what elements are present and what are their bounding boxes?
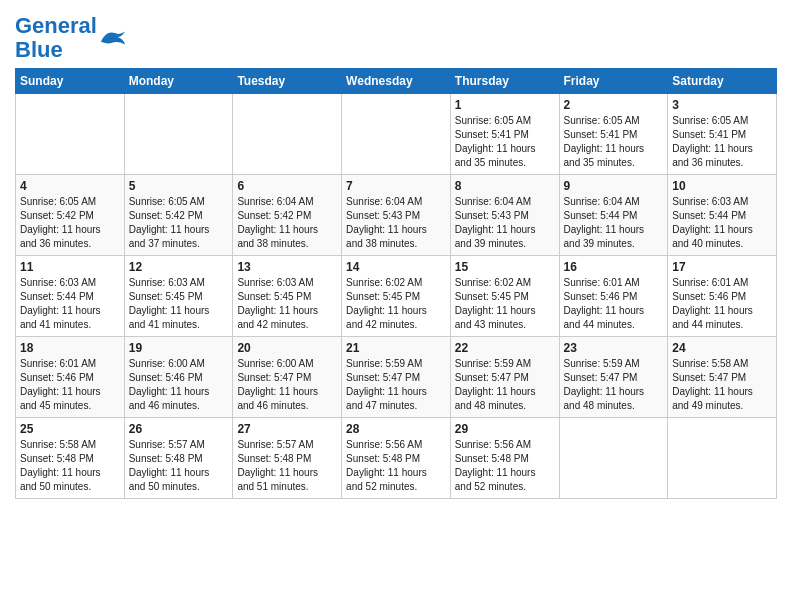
day-number: 2 xyxy=(564,98,664,112)
header-monday: Monday xyxy=(124,69,233,94)
day-number: 17 xyxy=(672,260,772,274)
day-info: Sunrise: 5:56 AMSunset: 5:48 PMDaylight:… xyxy=(346,438,446,494)
day-info: Sunrise: 6:05 AMSunset: 5:41 PMDaylight:… xyxy=(564,114,664,170)
calendar-cell: 23Sunrise: 5:59 AMSunset: 5:47 PMDayligh… xyxy=(559,337,668,418)
calendar-cell xyxy=(16,94,125,175)
calendar-cell: 10Sunrise: 6:03 AMSunset: 5:44 PMDayligh… xyxy=(668,175,777,256)
calendar-cell: 28Sunrise: 5:56 AMSunset: 5:48 PMDayligh… xyxy=(342,418,451,499)
day-number: 8 xyxy=(455,179,555,193)
calendar-cell: 3Sunrise: 6:05 AMSunset: 5:41 PMDaylight… xyxy=(668,94,777,175)
day-number: 27 xyxy=(237,422,337,436)
calendar-cell: 19Sunrise: 6:00 AMSunset: 5:46 PMDayligh… xyxy=(124,337,233,418)
calendar-week-row: 4Sunrise: 6:05 AMSunset: 5:42 PMDaylight… xyxy=(16,175,777,256)
calendar-cell: 17Sunrise: 6:01 AMSunset: 5:46 PMDayligh… xyxy=(668,256,777,337)
day-number: 14 xyxy=(346,260,446,274)
calendar-table: SundayMondayTuesdayWednesdayThursdayFrid… xyxy=(15,68,777,499)
day-number: 26 xyxy=(129,422,229,436)
header-sunday: Sunday xyxy=(16,69,125,94)
day-info: Sunrise: 6:01 AMSunset: 5:46 PMDaylight:… xyxy=(672,276,772,332)
day-number: 5 xyxy=(129,179,229,193)
day-info: Sunrise: 6:05 AMSunset: 5:42 PMDaylight:… xyxy=(20,195,120,251)
day-info: Sunrise: 5:57 AMSunset: 5:48 PMDaylight:… xyxy=(237,438,337,494)
day-number: 28 xyxy=(346,422,446,436)
header-wednesday: Wednesday xyxy=(342,69,451,94)
calendar-cell xyxy=(124,94,233,175)
day-info: Sunrise: 6:02 AMSunset: 5:45 PMDaylight:… xyxy=(455,276,555,332)
day-info: Sunrise: 6:05 AMSunset: 5:41 PMDaylight:… xyxy=(455,114,555,170)
calendar-cell: 7Sunrise: 6:04 AMSunset: 5:43 PMDaylight… xyxy=(342,175,451,256)
calendar-cell: 1Sunrise: 6:05 AMSunset: 5:41 PMDaylight… xyxy=(450,94,559,175)
day-number: 3 xyxy=(672,98,772,112)
day-info: Sunrise: 6:00 AMSunset: 5:46 PMDaylight:… xyxy=(129,357,229,413)
day-info: Sunrise: 6:03 AMSunset: 5:45 PMDaylight:… xyxy=(129,276,229,332)
header-thursday: Thursday xyxy=(450,69,559,94)
calendar-cell: 5Sunrise: 6:05 AMSunset: 5:42 PMDaylight… xyxy=(124,175,233,256)
day-info: Sunrise: 5:56 AMSunset: 5:48 PMDaylight:… xyxy=(455,438,555,494)
calendar-cell: 21Sunrise: 5:59 AMSunset: 5:47 PMDayligh… xyxy=(342,337,451,418)
calendar-cell: 12Sunrise: 6:03 AMSunset: 5:45 PMDayligh… xyxy=(124,256,233,337)
day-info: Sunrise: 5:58 AMSunset: 5:47 PMDaylight:… xyxy=(672,357,772,413)
day-number: 15 xyxy=(455,260,555,274)
calendar-week-row: 11Sunrise: 6:03 AMSunset: 5:44 PMDayligh… xyxy=(16,256,777,337)
calendar-week-row: 18Sunrise: 6:01 AMSunset: 5:46 PMDayligh… xyxy=(16,337,777,418)
calendar-cell: 22Sunrise: 5:59 AMSunset: 5:47 PMDayligh… xyxy=(450,337,559,418)
calendar-cell xyxy=(668,418,777,499)
day-number: 10 xyxy=(672,179,772,193)
day-info: Sunrise: 5:59 AMSunset: 5:47 PMDaylight:… xyxy=(455,357,555,413)
day-info: Sunrise: 6:02 AMSunset: 5:45 PMDaylight:… xyxy=(346,276,446,332)
calendar-cell: 6Sunrise: 6:04 AMSunset: 5:42 PMDaylight… xyxy=(233,175,342,256)
calendar-cell: 16Sunrise: 6:01 AMSunset: 5:46 PMDayligh… xyxy=(559,256,668,337)
day-number: 7 xyxy=(346,179,446,193)
day-number: 4 xyxy=(20,179,120,193)
calendar-cell: 26Sunrise: 5:57 AMSunset: 5:48 PMDayligh… xyxy=(124,418,233,499)
calendar-week-row: 25Sunrise: 5:58 AMSunset: 5:48 PMDayligh… xyxy=(16,418,777,499)
day-number: 16 xyxy=(564,260,664,274)
day-number: 11 xyxy=(20,260,120,274)
calendar-cell xyxy=(559,418,668,499)
calendar-cell: 29Sunrise: 5:56 AMSunset: 5:48 PMDayligh… xyxy=(450,418,559,499)
day-number: 20 xyxy=(237,341,337,355)
day-info: Sunrise: 5:59 AMSunset: 5:47 PMDaylight:… xyxy=(346,357,446,413)
day-info: Sunrise: 6:01 AMSunset: 5:46 PMDaylight:… xyxy=(564,276,664,332)
calendar-header-row: SundayMondayTuesdayWednesdayThursdayFrid… xyxy=(16,69,777,94)
calendar-cell: 2Sunrise: 6:05 AMSunset: 5:41 PMDaylight… xyxy=(559,94,668,175)
day-number: 12 xyxy=(129,260,229,274)
calendar-week-row: 1Sunrise: 6:05 AMSunset: 5:41 PMDaylight… xyxy=(16,94,777,175)
header-tuesday: Tuesday xyxy=(233,69,342,94)
calendar-cell: 24Sunrise: 5:58 AMSunset: 5:47 PMDayligh… xyxy=(668,337,777,418)
day-number: 22 xyxy=(455,341,555,355)
day-number: 19 xyxy=(129,341,229,355)
day-info: Sunrise: 6:05 AMSunset: 5:41 PMDaylight:… xyxy=(672,114,772,170)
day-info: Sunrise: 6:03 AMSunset: 5:45 PMDaylight:… xyxy=(237,276,337,332)
day-number: 13 xyxy=(237,260,337,274)
header-friday: Friday xyxy=(559,69,668,94)
day-number: 23 xyxy=(564,341,664,355)
day-number: 1 xyxy=(455,98,555,112)
day-info: Sunrise: 6:03 AMSunset: 5:44 PMDaylight:… xyxy=(672,195,772,251)
day-info: Sunrise: 6:05 AMSunset: 5:42 PMDaylight:… xyxy=(129,195,229,251)
calendar-cell: 11Sunrise: 6:03 AMSunset: 5:44 PMDayligh… xyxy=(16,256,125,337)
calendar-cell: 25Sunrise: 5:58 AMSunset: 5:48 PMDayligh… xyxy=(16,418,125,499)
calendar-cell xyxy=(342,94,451,175)
calendar-cell: 18Sunrise: 6:01 AMSunset: 5:46 PMDayligh… xyxy=(16,337,125,418)
day-info: Sunrise: 6:04 AMSunset: 5:42 PMDaylight:… xyxy=(237,195,337,251)
day-number: 24 xyxy=(672,341,772,355)
calendar-cell: 4Sunrise: 6:05 AMSunset: 5:42 PMDaylight… xyxy=(16,175,125,256)
day-number: 25 xyxy=(20,422,120,436)
day-info: Sunrise: 6:00 AMSunset: 5:47 PMDaylight:… xyxy=(237,357,337,413)
day-info: Sunrise: 6:04 AMSunset: 5:43 PMDaylight:… xyxy=(455,195,555,251)
day-number: 6 xyxy=(237,179,337,193)
calendar-cell: 13Sunrise: 6:03 AMSunset: 5:45 PMDayligh… xyxy=(233,256,342,337)
day-info: Sunrise: 6:04 AMSunset: 5:44 PMDaylight:… xyxy=(564,195,664,251)
day-info: Sunrise: 5:58 AMSunset: 5:48 PMDaylight:… xyxy=(20,438,120,494)
calendar-cell: 15Sunrise: 6:02 AMSunset: 5:45 PMDayligh… xyxy=(450,256,559,337)
calendar-cell xyxy=(233,94,342,175)
calendar-cell: 9Sunrise: 6:04 AMSunset: 5:44 PMDaylight… xyxy=(559,175,668,256)
page-header: GeneralBlue xyxy=(15,10,777,62)
day-number: 21 xyxy=(346,341,446,355)
calendar-cell: 20Sunrise: 6:00 AMSunset: 5:47 PMDayligh… xyxy=(233,337,342,418)
day-info: Sunrise: 5:57 AMSunset: 5:48 PMDaylight:… xyxy=(129,438,229,494)
day-info: Sunrise: 5:59 AMSunset: 5:47 PMDaylight:… xyxy=(564,357,664,413)
logo-bird-icon xyxy=(99,27,127,49)
calendar-cell: 14Sunrise: 6:02 AMSunset: 5:45 PMDayligh… xyxy=(342,256,451,337)
